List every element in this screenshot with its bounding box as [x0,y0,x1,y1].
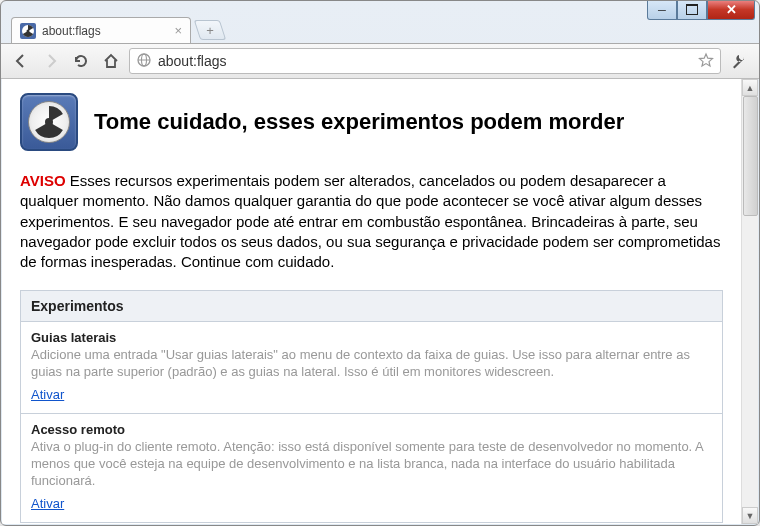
bookmark-star-icon[interactable] [698,52,714,71]
experiment-enable-link[interactable]: Ativar [31,387,64,402]
radiation-icon [20,23,36,39]
window-close-button[interactable]: ✕ [707,0,755,20]
experiment-item: Acesso remoto Ativa o plug-in do cliente… [20,414,723,523]
globe-icon [136,52,152,71]
window-minimize-button[interactable]: ─ [647,0,677,20]
home-button[interactable] [99,49,123,73]
experiment-title: Acesso remoto [31,422,712,437]
tabstrip: about:flags × + [1,15,759,43]
experiments-section-header: Experimentos [20,290,723,322]
scroll-up-button[interactable]: ▲ [742,79,758,96]
experiment-description: Adicione uma entrada "Usar guias laterai… [31,347,712,381]
url-text: about:flags [158,53,227,69]
viewport: Tome cuidado, esses experimentos podem m… [2,79,758,524]
scroll-thumb[interactable] [743,96,758,216]
radiation-hazard-icon [20,93,78,151]
window-maximize-button[interactable] [677,0,707,20]
window-titlebar: ─ ✕ [1,1,759,15]
tab-title: about:flags [42,24,101,38]
page-content: Tome cuidado, esses experimentos podem m… [2,79,741,524]
page-header: Tome cuidado, esses experimentos podem m… [20,93,723,151]
reload-button[interactable] [69,49,93,73]
experiment-item: Guias laterais Adicione uma entrada "Usa… [20,322,723,414]
experiment-description: Ativa o plug-in do cliente remoto. Atenç… [31,439,712,490]
browser-tab[interactable]: about:flags × [11,17,191,43]
forward-button[interactable] [39,49,63,73]
warning-text: Esses recursos experimentais podem ser a… [20,172,720,270]
experiment-title: Guias laterais [31,330,712,345]
toolbar: about:flags [1,43,759,79]
warning-label: AVISO [20,172,66,189]
vertical-scrollbar[interactable]: ▲ ▼ [741,79,758,524]
wrench-menu-button[interactable] [727,52,751,70]
experiment-enable-link[interactable]: Ativar [31,496,64,511]
warning-paragraph: AVISO Esses recursos experimentais podem… [20,171,723,272]
tab-close-icon[interactable]: × [174,23,182,38]
back-button[interactable] [9,49,33,73]
browser-window: ─ ✕ about:flags × + [0,0,760,526]
page-title: Tome cuidado, esses experimentos podem m… [94,109,624,135]
window-controls: ─ ✕ [647,0,755,20]
address-bar[interactable]: about:flags [129,48,721,74]
new-tab-button[interactable]: + [194,20,226,40]
scroll-down-button[interactable]: ▼ [742,507,758,524]
